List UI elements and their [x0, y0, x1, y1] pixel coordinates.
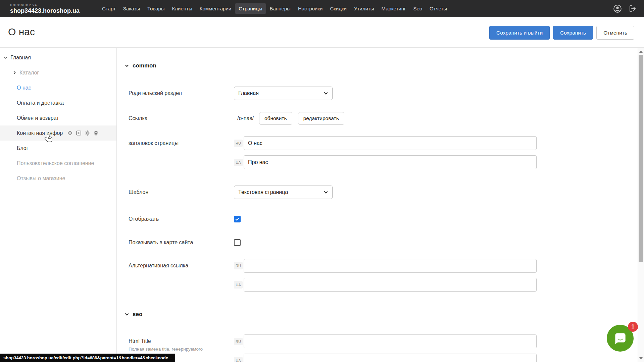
- lang-badge-ru: RU: [234, 262, 243, 269]
- sidebar-item-label: Отзывы о магазине: [17, 175, 65, 182]
- nav-menu: СтартЗаказыТоварыКлиентыКомментарииСтран…: [98, 3, 451, 14]
- alt-link-ua-input[interactable]: [244, 278, 537, 292]
- pages-tree: ГлавнаяКаталогО насОплата и доставкаОбме…: [0, 48, 117, 362]
- sidebar-item-label: Главная: [10, 55, 31, 61]
- sidebar-item-label: Каталог: [19, 70, 39, 76]
- vertical-scrollbar[interactable]: [638, 48, 644, 362]
- chevron-down-icon: [125, 312, 129, 317]
- nav-item-6[interactable]: Страницы: [235, 3, 266, 14]
- chat-unread-badge: 1: [628, 322, 638, 332]
- lang-badge-ru: RU: [234, 338, 243, 345]
- sidebar-item-label: Оплата и доставка: [17, 100, 64, 106]
- section-seo-label: seo: [133, 311, 142, 318]
- chevron-down-icon: [324, 190, 328, 195]
- html-title-ru-input[interactable]: [244, 334, 537, 348]
- sidebar-item-label: Пользовательское соглашение: [17, 160, 94, 166]
- sidebar-item-label: Обмен и возврат: [17, 115, 59, 121]
- section-common-label: common: [133, 62, 156, 69]
- sidebar-item-label: Блог: [17, 145, 29, 151]
- page-edit-form: common Родительский раздел Главная Ссылк…: [117, 48, 638, 362]
- chat-bubble-icon: [612, 330, 628, 346]
- section-seo[interactable]: seo: [125, 311, 142, 318]
- brand: HOROSHOP V4 shop34423.horoshop.ua: [10, 4, 80, 14]
- logout-icon[interactable]: [629, 5, 637, 13]
- lang-badge-ua: UA: [234, 357, 243, 362]
- sidebar-item-7[interactable]: Блог: [0, 141, 116, 156]
- template-value: Текстовая страница: [238, 189, 288, 195]
- nav-item-3[interactable]: Товары: [144, 3, 168, 14]
- parent-section-label: Родительский раздел: [129, 90, 234, 96]
- cancel-button[interactable]: Отменить: [596, 26, 634, 40]
- chevron-down-icon[interactable]: [3, 55, 8, 60]
- scrollbar-thumb[interactable]: [639, 55, 643, 262]
- sidebar-item-8[interactable]: Пользовательское соглашение: [0, 156, 116, 171]
- nav-item-8[interactable]: Настройки: [294, 3, 327, 14]
- sidebar-item-9[interactable]: Отзывы о магазине: [0, 171, 116, 186]
- sidebar-item-label: О нас: [17, 85, 31, 91]
- nav-item-1[interactable]: Старт: [98, 3, 119, 14]
- chat-widget-button[interactable]: 1: [607, 325, 634, 352]
- link-status-bar: shop34423.horoshop.ua/edit/edit.php?id=6…: [0, 354, 175, 362]
- account-icon[interactable]: [613, 4, 622, 13]
- sidebar-item-1[interactable]: Главная: [0, 50, 116, 65]
- scroll-down-arrow[interactable]: [639, 357, 643, 359]
- nav-item-12[interactable]: Seo: [409, 3, 426, 14]
- scroll-up-arrow[interactable]: [639, 51, 643, 53]
- save-exit-button[interactable]: Сохранить и выйти: [489, 26, 550, 40]
- chevron-right-icon[interactable]: [12, 70, 17, 75]
- link-value: /o-nas/: [234, 115, 254, 121]
- nav-item-4[interactable]: Клиенты: [168, 3, 196, 14]
- sidebar-item-6[interactable]: Контактная инфор: [0, 125, 116, 141]
- nav-item-11[interactable]: Маркетинг: [378, 3, 409, 14]
- html-title-hint: Полная замена title, генерируемого: [129, 347, 234, 352]
- brand-domain: shop34423.horoshop.ua: [10, 8, 80, 14]
- sidebar-item-5[interactable]: Обмен и возврат: [0, 110, 116, 125]
- parent-section-select[interactable]: Главная: [234, 87, 333, 100]
- nav-item-13[interactable]: Отчеты: [426, 3, 451, 14]
- add-icon[interactable]: [76, 130, 82, 136]
- chevron-down-icon: [125, 63, 129, 68]
- move-icon[interactable]: [67, 130, 73, 136]
- tree-item-actions: [67, 130, 99, 136]
- save-button[interactable]: Сохранить: [553, 26, 593, 40]
- header-buttons: Сохранить и выйти Сохранить Отменить: [489, 26, 634, 40]
- delete-icon[interactable]: [93, 131, 99, 136]
- sitemap-label: Показывать в карте сайта: [129, 240, 234, 246]
- nav-item-9[interactable]: Скидки: [326, 3, 350, 14]
- alt-link-label: Альтернативная ссылка: [129, 263, 234, 269]
- alt-link-ru-input[interactable]: [244, 259, 537, 273]
- display-label: Отображать: [129, 216, 234, 222]
- page-header: О нас Сохранить и выйти Сохранить Отмени…: [0, 17, 644, 48]
- link-label: Ссылка: [129, 115, 234, 121]
- nav-item-2[interactable]: Заказы: [119, 3, 144, 14]
- template-label: Шаблон: [129, 189, 234, 195]
- page-title-ua-input[interactable]: [244, 155, 537, 169]
- page-title-ru-input[interactable]: [244, 136, 537, 150]
- parent-section-value: Главная: [238, 90, 259, 96]
- sidebar-item-label: Контактная инфор: [17, 130, 63, 136]
- sidebar-item-3[interactable]: О нас: [0, 80, 116, 95]
- section-common[interactable]: common: [125, 62, 156, 69]
- sidebar-item-4[interactable]: Оплата и доставка: [0, 95, 116, 110]
- template-select[interactable]: Текстовая страница: [234, 186, 333, 199]
- page-title: О нас: [8, 26, 35, 38]
- html-title-label: Html Title: [129, 338, 234, 344]
- lang-badge-ua: UA: [234, 281, 243, 289]
- link-refresh-button[interactable]: обновить: [259, 112, 292, 125]
- nav-item-5[interactable]: Комментарии: [196, 3, 235, 14]
- display-checkbox[interactable]: [234, 216, 241, 222]
- brand-version: HOROSHOP V4: [10, 4, 80, 7]
- chevron-down-icon: [324, 91, 328, 96]
- top-nav: HOROSHOP V4 shop34423.horoshop.ua СтартЗ…: [0, 0, 644, 17]
- settings-icon[interactable]: [85, 130, 90, 136]
- nav-right: [613, 4, 637, 13]
- sidebar-item-2[interactable]: Каталог: [0, 65, 116, 80]
- lang-badge-ua: UA: [234, 159, 243, 166]
- lang-badge-ru: RU: [234, 140, 243, 147]
- nav-item-7[interactable]: Баннеры: [266, 3, 294, 14]
- page-title-label: заголовок страницы: [129, 140, 234, 146]
- link-edit-button[interactable]: редактировать: [298, 112, 344, 125]
- nav-item-10[interactable]: Утилиты: [350, 3, 378, 14]
- sitemap-checkbox[interactable]: [234, 239, 241, 246]
- html-title-ua-input[interactable]: [244, 354, 537, 362]
